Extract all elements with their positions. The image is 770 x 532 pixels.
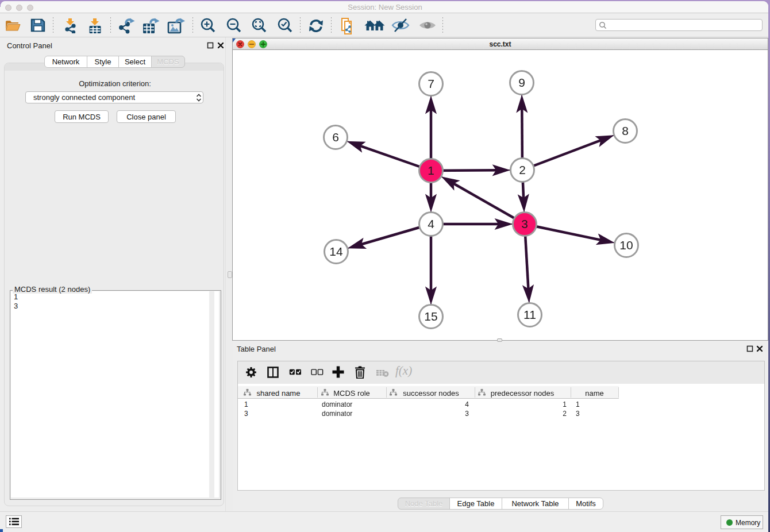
svg-text:9: 9	[518, 76, 525, 89]
svg-text:4: 4	[428, 217, 434, 230]
svg-text:7: 7	[428, 77, 434, 90]
svg-text:14: 14	[329, 245, 343, 258]
svg-text:2: 2	[519, 163, 526, 176]
svg-text:8: 8	[622, 124, 629, 137]
svg-text:10: 10	[619, 238, 633, 252]
svg-text:6: 6	[332, 130, 339, 144]
svg-text:3: 3	[521, 217, 528, 230]
svg-text:1: 1	[428, 164, 434, 177]
svg-text:15: 15	[424, 310, 437, 323]
svg-text:11: 11	[523, 308, 536, 321]
